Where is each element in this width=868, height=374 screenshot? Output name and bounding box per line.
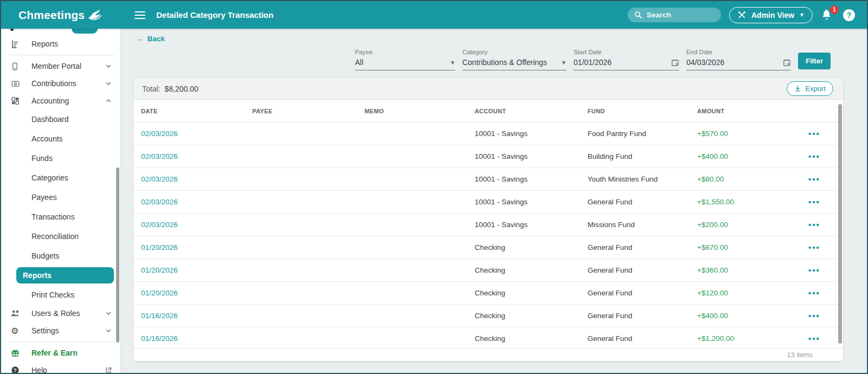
sidebar-item-label: Refer & Earn: [31, 349, 112, 357]
sidebar-item-users-roles[interactable]: Users & Roles: [1, 305, 120, 322]
total-label: Total:: [142, 85, 160, 93]
cell-fund: Youth Ministries Fund: [588, 175, 697, 183]
grid-icon: [11, 96, 23, 105]
sidebar-item-budgets[interactable]: Budgets: [1, 246, 120, 266]
back-button[interactable]: ← Back: [137, 35, 165, 43]
search-icon: [634, 11, 642, 19]
chevron-down-icon: [105, 310, 112, 317]
tools-icon: [737, 10, 746, 20]
cell-date-link[interactable]: 01/16/2026: [141, 334, 252, 343]
sidebar-divider: [8, 341, 114, 342]
row-actions-button[interactable]: •••: [808, 311, 820, 320]
cell-date-link[interactable]: 02/03/2026: [141, 221, 252, 229]
row-actions-button[interactable]: •••: [808, 197, 820, 207]
table-row: 02/03/2026 10001 - Savings Food Pantry F…: [133, 122, 843, 145]
sidebar-item-refer-earn[interactable]: Refer & Earn: [1, 344, 120, 362]
help-circle-icon: ?: [11, 366, 23, 373]
phone-icon: [11, 62, 23, 71]
cell-fund: Food Pantry Fund: [588, 130, 697, 138]
cell-amount: +$80.00: [697, 175, 808, 183]
row-actions-button[interactable]: •••: [808, 334, 820, 343]
sidebar-item-contributions[interactable]: Contributions: [1, 75, 120, 92]
sidebar-item-accounts[interactable]: Accounts: [1, 129, 120, 149]
cell-date-link[interactable]: 02/03/2026: [141, 175, 252, 183]
export-button[interactable]: Export: [787, 81, 833, 96]
search-input[interactable]: [647, 11, 706, 19]
category-select[interactable]: Category Contributions & Offerings ▼: [462, 49, 566, 70]
row-actions-button[interactable]: •••: [808, 266, 820, 275]
cell-date-link[interactable]: 01/20/2026: [141, 289, 252, 297]
col-header-account[interactable]: ACCOUNT: [475, 108, 588, 114]
calendar-icon[interactable]: [671, 59, 679, 67]
sidebar-item-reconciliation[interactable]: Reconciliation: [1, 227, 120, 246]
table-row: 02/03/2026 10001 - Savings Building Fund…: [133, 145, 843, 168]
col-header-fund[interactable]: FUND: [588, 108, 697, 114]
sidebar-item-accounting[interactable]: Accounting: [1, 92, 120, 109]
row-actions-button[interactable]: •••: [808, 220, 820, 229]
row-actions-button[interactable]: •••: [808, 129, 820, 138]
col-header-payee[interactable]: PAYEE: [252, 108, 365, 114]
sidebar-item-reports-top[interactable]: Reports: [1, 35, 120, 53]
brand-logo[interactable]: Chmeetings: [1, 9, 120, 22]
sidebar-item-help[interactable]: ? Help: [1, 362, 120, 373]
sidebar-item-dashboard[interactable]: Dashboard: [1, 109, 120, 129]
sidebar-scrollbar[interactable]: [116, 167, 119, 343]
cell-date-link[interactable]: 01/20/2026: [141, 266, 252, 274]
search-box[interactable]: [628, 8, 721, 22]
help-button[interactable]: ?: [843, 9, 855, 21]
cell-account: 10001 - Savings: [475, 175, 588, 183]
sidebar-item-categories[interactable]: Categories: [1, 168, 120, 188]
cell-fund: Missions Fund: [588, 221, 697, 229]
sidebar-item-payees[interactable]: Payees: [1, 188, 120, 207]
sidebar-item-settings[interactable]: ⚙ Settings: [1, 322, 120, 339]
row-actions-button[interactable]: •••: [808, 288, 820, 298]
notifications-button[interactable]: 1: [821, 8, 835, 22]
col-header-date[interactable]: DATE: [141, 108, 252, 114]
calendar-icon[interactable]: [783, 59, 791, 67]
cell-account: Checking: [475, 289, 588, 297]
cell-date-link[interactable]: 02/03/2026: [141, 152, 252, 160]
scrolled-item-fragment: [72, 29, 98, 34]
cell-account: 10001 - Savings: [475, 130, 588, 138]
top-app-bar: Chmeetings Detailed Category Transaction: [1, 1, 867, 29]
table-header-row: DATE PAYEE MEMO ACCOUNT FUND AMOUNT: [133, 100, 843, 122]
table-scrollbar[interactable]: [838, 104, 842, 344]
payee-value: All: [355, 58, 363, 67]
transactions-card: Total: $8,200.00 Export DATE PAYEE MEMO …: [133, 78, 843, 361]
report-chart-icon: [11, 40, 23, 49]
cell-date-link[interactable]: 01/16/2026: [141, 312, 252, 320]
cell-fund: Building Fund: [588, 152, 697, 160]
table-row: 01/20/2026 Checking General Fund +$670.0…: [133, 236, 843, 259]
menu-hamburger-icon[interactable]: [135, 11, 145, 19]
people-icon: [11, 309, 23, 317]
back-label: Back: [148, 35, 165, 43]
sidebar-item-transactions[interactable]: Transactions: [1, 207, 120, 227]
end-date-field[interactable]: End Date 04/03/2026: [686, 49, 791, 70]
row-actions-button[interactable]: •••: [808, 243, 820, 252]
sidebar-item-label: Member Portal: [31, 62, 105, 70]
download-icon: [794, 85, 801, 92]
payee-select[interactable]: Payee All ▼: [355, 49, 455, 70]
cell-amount: +$670.00: [697, 243, 808, 252]
row-actions-button[interactable]: •••: [808, 175, 820, 184]
cell-amount: +$570.00: [697, 130, 808, 138]
admin-view-button[interactable]: Admin View ▼: [729, 7, 813, 23]
cell-date-link[interactable]: 01/20/2026: [141, 243, 252, 252]
table-row: 01/20/2026 Checking General Fund +$360.0…: [133, 259, 843, 282]
cell-fund: General Fund: [588, 312, 697, 320]
sidebar-item-member-portal[interactable]: Member Portal: [1, 57, 120, 75]
sidebar-item-print-checks[interactable]: Print Checks: [1, 285, 120, 305]
cell-account: Checking: [475, 312, 588, 320]
cell-date-link[interactable]: 02/03/2026: [141, 198, 252, 206]
admin-view-label: Admin View: [751, 11, 794, 20]
col-header-memo[interactable]: MEMO: [365, 108, 475, 114]
start-date-field[interactable]: Start Date 01/01/2026: [573, 49, 679, 70]
row-actions-button[interactable]: •••: [808, 152, 820, 161]
cell-date-link[interactable]: 02/03/2026: [141, 130, 252, 138]
sidebar-item-funds[interactable]: Funds: [1, 149, 120, 168]
back-arrow-icon: ←: [137, 35, 144, 43]
scrolled-icon-fragment: [10, 29, 14, 31]
col-header-amount[interactable]: AMOUNT: [697, 108, 808, 114]
sidebar-item-reports-selected[interactable]: Reports: [16, 267, 114, 283]
filter-button[interactable]: Filter: [798, 53, 831, 69]
